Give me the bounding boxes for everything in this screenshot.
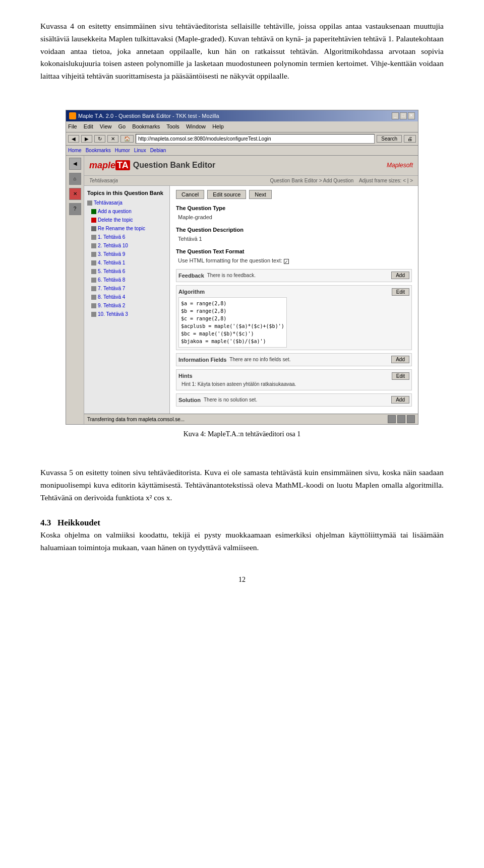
close-btn[interactable]: ✕ <box>408 112 415 119</box>
menu-window[interactable]: Window <box>186 123 206 129</box>
sidebar-add-question[interactable]: Add a question <box>91 208 166 215</box>
menu-go[interactable]: Go <box>118 123 126 129</box>
html-checkbox[interactable] <box>284 259 289 264</box>
question-type-value: Maple-graded <box>178 213 412 222</box>
algo-line-2: $b = range(2,8) <box>181 307 284 315</box>
list-item-9[interactable]: 9. Tehtävä 2 <box>91 302 166 309</box>
bm-debian[interactable]: Debian <box>150 147 166 154</box>
info-fields-value: There are no info fields set. <box>229 356 388 363</box>
question-form: Cancel Edit source Next The Question Typ… <box>170 186 418 414</box>
solution-row: Solution There is no solution set. Add <box>176 393 412 407</box>
solution-add-btn[interactable]: Add <box>391 396 409 404</box>
rename-icon <box>91 226 96 231</box>
maple-ta-logo: mapleTA <box>89 159 130 172</box>
question-text-value: Use HTML formatting for the question tex… <box>178 256 412 265</box>
figure-4: Maple T.A. 2.0 - Question Bank Editor - … <box>40 110 444 440</box>
menu-edit[interactable]: Edit <box>84 123 93 129</box>
bm-bookmarks[interactable]: Bookmarks <box>86 147 111 154</box>
list-item-10[interactable]: 10. Tehtävä 3 <box>91 310 166 318</box>
list-item-1[interactable]: 1. Tehtävä 6 <box>91 233 166 241</box>
sidebar-link-tehtavasarja[interactable]: Tehtävasarja <box>87 199 166 207</box>
qbe-title: Question Bank Editor <box>133 159 216 171</box>
sidebar-delete-topic[interactable]: Delete the topic <box>91 216 166 224</box>
bm-home[interactable]: Home <box>68 147 82 154</box>
folder-icon <box>87 201 92 206</box>
hints-label: Hints <box>178 372 193 380</box>
list-item-7[interactable]: 7. Tehtävä 7 <box>91 285 166 292</box>
algo-line-5: $bc = maple('($b)*($c)') <box>181 330 284 338</box>
stop-btn[interactable]: ✕ <box>107 135 118 143</box>
sidebar-rename-topic[interactable]: Re Rename the topic <box>91 225 166 232</box>
cancel-button[interactable]: Cancel <box>176 190 204 199</box>
paragraph-1: Kuvassa 4 on esitetty ensimmäinen sivu t… <box>40 20 444 83</box>
paragraph-2: Kuvassa 5 on esitetty toinen sivu tehtäv… <box>40 466 444 504</box>
browser-window: Maple T.A. 2.0 - Question Bank Editor - … <box>66 110 418 425</box>
info-fields-add-btn[interactable]: Add <box>391 356 409 363</box>
feedback-add-btn[interactable]: Add <box>391 272 409 279</box>
figure-caption: Kuva 4: MapleT.A.:n tehtäväeditori osa 1 <box>40 429 444 439</box>
menu-tools[interactable]: Tools <box>166 123 179 129</box>
algorithm-edit-btn[interactable]: Edit <box>392 288 409 296</box>
paragraph-3: Koska ohjelma on valmiiksi koodattu, tek… <box>40 529 444 554</box>
menu-bookmarks[interactable]: Bookmarks <box>132 123 160 129</box>
delete-icon <box>91 218 96 223</box>
hints-edit-btn[interactable]: Edit <box>392 372 409 380</box>
nav-icon-x[interactable]: ✕ <box>69 188 81 200</box>
section-heading: 4.3 Heikkoudet <box>40 516 444 529</box>
feedback-row: Feedback There is no feedback. Add <box>176 269 412 283</box>
list-item-4[interactable]: 4. Tehtävä 1 <box>91 259 166 266</box>
question-type-section: The Question Type Maple-graded <box>176 204 412 222</box>
algo-line-4: $acplusb = maple('($a)*($c)+($b)') <box>181 322 284 330</box>
search-btn[interactable]: Search <box>377 135 402 143</box>
add-icon <box>91 209 96 214</box>
back-btn[interactable]: ◀ <box>68 135 79 143</box>
print-btn[interactable]: 🖨 <box>404 135 416 143</box>
sidebar-heading: Topics in this Question Bank <box>87 189 166 197</box>
bm-humor[interactable]: Humor <box>115 147 130 154</box>
edit-source-button[interactable]: Edit source <box>207 190 246 199</box>
qbe-header: mapleTA Question Bank Editor Maplesoft <box>84 156 418 176</box>
algo-line-6: $bjakoa = maple('($b)/($a)') <box>181 338 284 345</box>
item-icon-3 <box>91 252 96 257</box>
list-item-6[interactable]: 6. Tehtävä 8 <box>91 276 166 284</box>
item-icon-4 <box>91 260 96 265</box>
info-fields-row: Information Fields There are no info fie… <box>176 353 412 367</box>
reload-btn[interactable]: ↻ <box>94 135 105 143</box>
status-bar: Transferring data from mapleta.comsol.se… <box>84 414 418 424</box>
forward-btn[interactable]: ▶ <box>81 135 92 143</box>
content-area: Topics in this Question Bank Tehtävasarj… <box>84 186 418 414</box>
solution-value: There is no solution set. <box>204 396 388 404</box>
list-item-3[interactable]: 3. Tehtävä 9 <box>91 250 166 258</box>
bm-linux[interactable]: Linux <box>134 147 146 154</box>
item-icon-1 <box>91 235 96 240</box>
left-nav: ◀ ⌂ ✕ ? <box>66 156 84 425</box>
item-icon-6 <box>91 278 96 283</box>
ta-badge: TA <box>115 160 130 170</box>
section-title: Heikkoudet <box>57 518 100 527</box>
status-icons <box>388 415 415 423</box>
title-left: Maple T.A. 2.0 - Question Bank Editor - … <box>69 112 219 120</box>
home-btn[interactable]: 🏠 <box>120 135 134 143</box>
nav-icon-home[interactable]: ⌂ <box>69 173 81 185</box>
status-icon-3 <box>407 415 415 423</box>
question-desc-label: The Question Description <box>176 226 412 234</box>
minimize-btn[interactable]: _ <box>392 112 399 119</box>
next-button[interactable]: Next <box>249 190 272 199</box>
nav-icon-q[interactable]: ? <box>69 203 81 215</box>
form-buttons: Cancel Edit source Next <box>176 190 412 199</box>
menu-file[interactable]: File <box>68 123 77 129</box>
list-item-2[interactable]: 2. Tehtävä 10 <box>91 242 166 249</box>
maximize-btn[interactable]: □ <box>400 112 407 119</box>
status-icon-1 <box>388 415 396 423</box>
list-item-5[interactable]: 5. Tehtävä 6 <box>91 268 166 275</box>
item-icon-5 <box>91 269 96 274</box>
item-icon-8 <box>91 295 96 300</box>
menu-help[interactable]: Help <box>212 123 224 129</box>
hints-header: Hints Edit <box>178 372 409 380</box>
nav-icon-1[interactable]: ◀ <box>69 158 81 170</box>
address-bar[interactable]: http://mapleta.comsol.se:8080/modules/co… <box>136 134 375 144</box>
window-controls[interactable]: _ □ ✕ <box>392 112 415 119</box>
status-icon-2 <box>397 415 405 423</box>
menu-view[interactable]: View <box>100 123 112 129</box>
list-item-8[interactable]: 8. Tehtävä 4 <box>91 293 166 301</box>
